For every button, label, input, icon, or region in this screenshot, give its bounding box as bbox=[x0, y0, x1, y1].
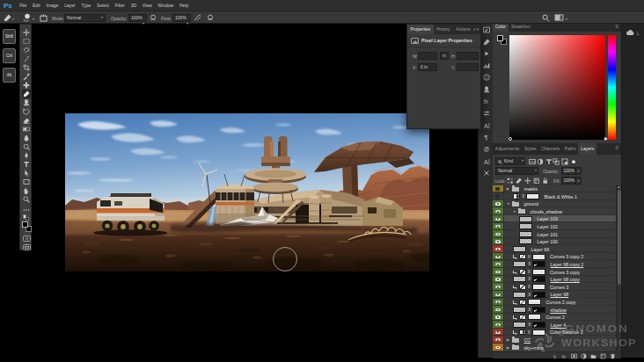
hue-slider[interactable] bbox=[608, 35, 616, 140]
layer-name[interactable]: Curves 3 bbox=[550, 285, 568, 290]
new-layer-icon[interactable] bbox=[600, 353, 606, 359]
layer-mask-thumbnail[interactable] bbox=[526, 193, 539, 199]
collapse-group-icon[interactable]: ▼ bbox=[513, 210, 516, 214]
filter-toggle[interactable] bbox=[570, 159, 577, 166]
layer-visibility-toggle[interactable] bbox=[493, 344, 504, 350]
paragraph-panel-icon[interactable]: ¶ bbox=[483, 134, 490, 141]
toggle-brush-panel-icon[interactable] bbox=[40, 14, 48, 22]
lock-position-icon[interactable] bbox=[524, 177, 531, 185]
layer-row-layer-98-copy-2[interactable]: 8Layer 98 copy 2 bbox=[493, 261, 621, 269]
clone-source-panel-icon[interactable] bbox=[483, 86, 490, 93]
quick-selection-tool[interactable] bbox=[22, 54, 31, 63]
layer-name[interactable]: Layer 98 copy bbox=[551, 277, 580, 282]
layer-thumbnail[interactable] bbox=[519, 238, 532, 244]
type-filter-icon[interactable] bbox=[545, 158, 553, 165]
foreground-color-swatch[interactable] bbox=[22, 221, 28, 228]
lasso-tool[interactable] bbox=[22, 46, 31, 54]
shape-filter-icon[interactable] bbox=[553, 158, 560, 165]
layer-thumbnail[interactable] bbox=[519, 231, 532, 237]
layer-visibility-toggle[interactable] bbox=[493, 223, 504, 231]
layer-visibility-toggle[interactable] bbox=[493, 276, 504, 284]
path-select-tool[interactable] bbox=[22, 169, 31, 177]
tab-adjustments[interactable]: Adjustments bbox=[493, 143, 522, 155]
layer-row-curves-2-copy[interactable]: Curves 2 copy bbox=[493, 299, 621, 307]
w-input[interactable] bbox=[418, 52, 437, 60]
menu-file[interactable]: File bbox=[17, 0, 30, 11]
layer-name[interactable]: Layer 100 bbox=[538, 239, 559, 244]
layer-row-layer-101[interactable]: Layer 101 bbox=[493, 230, 621, 238]
smartobject-filter-icon[interactable] bbox=[561, 158, 568, 165]
layer-row-layer-98-copy[interactable]: 8Layer 98 copy bbox=[493, 276, 621, 284]
tab-styles[interactable]: Styles bbox=[522, 143, 538, 155]
menu-layer[interactable]: Layer bbox=[62, 0, 78, 11]
panel-collapse-and-menu[interactable]: » ≡ bbox=[473, 25, 480, 34]
layer-visibility-toggle[interactable] bbox=[493, 283, 504, 291]
menu-edit[interactable]: Edit bbox=[30, 0, 43, 11]
layer-mask-thumbnail[interactable] bbox=[532, 284, 545, 290]
clone-stamp-tool[interactable] bbox=[22, 98, 31, 107]
layer-row-clouds-shadow[interactable]: ▼clouds_shadow bbox=[493, 207, 621, 215]
layer-thumbnail[interactable] bbox=[513, 307, 526, 313]
adjustment-layer-thumbnail[interactable] bbox=[519, 300, 526, 306]
new-adjustment-icon[interactable] bbox=[581, 353, 587, 359]
layer-name[interactable]: ground bbox=[524, 201, 539, 206]
layer-visibility-toggle[interactable] bbox=[493, 215, 504, 223]
layer-name[interactable]: Layer 98 bbox=[551, 292, 569, 297]
layer-row-black-white-1[interactable]: 8Black & White 1 bbox=[493, 192, 621, 200]
layer-name[interactable]: masks bbox=[524, 186, 538, 192]
layer-mask-thumbnail[interactable] bbox=[532, 269, 545, 275]
layer-row-layer-99[interactable]: Layer 99 bbox=[493, 245, 621, 253]
layer-row-shadow[interactable]: 8shadow bbox=[493, 306, 621, 314]
layer-row-color-balance-1[interactable]: 8Color Balance 1 bbox=[493, 329, 621, 337]
layer-visibility-toggle[interactable] bbox=[493, 306, 504, 314]
layer-visibility-toggle[interactable] bbox=[493, 329, 504, 337]
pressure-opacity-icon[interactable] bbox=[150, 14, 157, 21]
menu-filter[interactable]: Filter bbox=[112, 0, 128, 11]
healing-brush-tool[interactable] bbox=[22, 81, 31, 90]
layer-name[interactable]: Black & White 1 bbox=[545, 194, 577, 199]
layer-visibility-toggle[interactable] bbox=[493, 200, 504, 208]
layer-thumbnail[interactable] bbox=[519, 216, 532, 222]
filter-kind-select[interactable]: Kind▾ bbox=[495, 157, 525, 165]
menu-image[interactable]: Image bbox=[43, 0, 62, 11]
menu-window[interactable]: Window bbox=[155, 0, 177, 11]
adjustment-layer-thumbnail[interactable] bbox=[519, 284, 526, 290]
layer-row-curves-3-copy[interactable]: 8Curves 3 copy bbox=[493, 268, 621, 276]
layer-mask-thumbnail[interactable] bbox=[528, 314, 541, 320]
link-dimensions-icon[interactable]: ∞ bbox=[440, 52, 449, 60]
layer-mask-thumbnail[interactable] bbox=[532, 276, 545, 282]
menu-help[interactable]: Help bbox=[177, 0, 192, 11]
layer-mask-thumbnail[interactable] bbox=[528, 299, 541, 305]
tab-history[interactable]: History bbox=[434, 25, 453, 34]
layers-scrollbar[interactable]: ▲ bbox=[616, 185, 620, 351]
layer-mask-thumbnail[interactable] bbox=[532, 329, 545, 336]
canvas-document[interactable] bbox=[65, 113, 429, 272]
brush-picker-arrow[interactable]: ▾ bbox=[33, 17, 34, 21]
layer-style-icon[interactable]: fx bbox=[561, 353, 567, 359]
layer-blend-mode-select[interactable]: Normal▾ bbox=[495, 167, 538, 175]
layer-name[interactable]: clouds_shadow bbox=[531, 209, 563, 214]
adjustment-layer-thumbnail[interactable] bbox=[519, 329, 526, 336]
layer-row-masks[interactable]: ▶masks bbox=[493, 185, 621, 193]
zoom-tool[interactable] bbox=[22, 195, 31, 204]
marquee-tool[interactable] bbox=[22, 37, 31, 46]
h-input[interactable] bbox=[457, 52, 479, 60]
layer-visibility-toggle[interactable] bbox=[493, 192, 504, 200]
hand-tool[interactable] bbox=[22, 186, 31, 195]
tab-paths[interactable]: Paths bbox=[562, 143, 578, 155]
layer-name[interactable]: Color Balance 1 bbox=[550, 329, 583, 335]
layer-mask-thumbnail[interactable] bbox=[532, 307, 545, 313]
layer-row-layer-98[interactable]: 8Layer 98 bbox=[493, 291, 621, 299]
info-panel-icon[interactable] bbox=[483, 74, 490, 81]
paragraph-styles-panel-icon[interactable]: A bbox=[483, 158, 490, 165]
expand-group-icon[interactable]: ▶ bbox=[507, 338, 509, 342]
libraries-cloud-icon[interactable] bbox=[626, 28, 635, 38]
lock-transparent-icon[interactable] bbox=[507, 177, 514, 185]
brush-tool[interactable] bbox=[22, 90, 31, 98]
actions-panel-icon[interactable] bbox=[483, 50, 490, 57]
layer-thumbnail[interactable] bbox=[513, 246, 526, 252]
layer-fill-value[interactable]: 100% bbox=[561, 177, 575, 185]
panel-foreground-swatch[interactable] bbox=[497, 35, 503, 41]
history-brush-tool[interactable] bbox=[22, 107, 31, 116]
layer-row-curves-2[interactable]: Curves 2 bbox=[493, 314, 621, 322]
